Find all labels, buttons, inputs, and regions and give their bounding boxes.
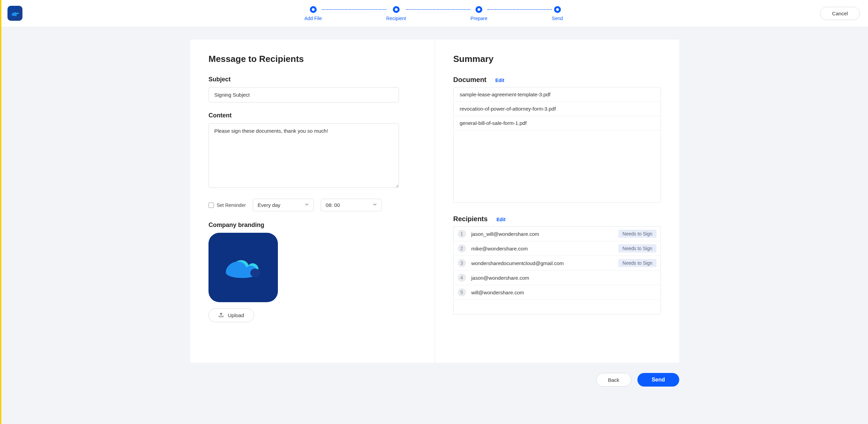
edit-recipients-link[interactable]: Edit bbox=[497, 217, 505, 222]
back-button[interactable]: Back bbox=[596, 373, 631, 387]
content-textarea[interactable] bbox=[208, 123, 399, 188]
upload-button[interactable]: Upload bbox=[208, 308, 254, 322]
recipient-row: 5will@wondershare.com bbox=[454, 285, 661, 300]
order-badge: 2 bbox=[458, 244, 466, 252]
reminder-time-select[interactable]: 08: 00 bbox=[321, 199, 382, 211]
summary-title: Summary bbox=[453, 54, 661, 64]
top-bar: Add File Recipient Prepare Send Cancel bbox=[1, 0, 868, 27]
send-button[interactable]: Send bbox=[637, 373, 679, 387]
set-reminder-label: Set Reminder bbox=[217, 202, 246, 208]
upload-icon bbox=[218, 312, 224, 319]
content-card: Message to Recipients Subject Content Se… bbox=[190, 39, 679, 363]
company-branding-image bbox=[208, 233, 278, 302]
recipient-email: jason_will@wondershare.com bbox=[471, 231, 613, 237]
document-row: sample-lease-agreement-template-3.pdf bbox=[454, 87, 661, 102]
summary-column: Summary Document Edit sample-lease-agree… bbox=[435, 39, 680, 363]
step-recipient[interactable]: Recipient bbox=[386, 6, 406, 21]
progress-steps: Add File Recipient Prepare Send bbox=[304, 5, 563, 21]
recipient-email: mike@wondershare.com bbox=[471, 246, 613, 251]
order-badge: 5 bbox=[458, 288, 466, 296]
subject-label: Subject bbox=[208, 76, 416, 83]
recipients-list: 1jason_will@wondershare.comNeeds to Sign… bbox=[453, 226, 661, 314]
edit-documents-link[interactable]: Edit bbox=[495, 78, 504, 83]
recipients-subheader: Recipients bbox=[453, 215, 488, 223]
document-list: sample-lease-agreement-template-3.pdfrev… bbox=[453, 87, 661, 203]
step-send[interactable]: Send bbox=[552, 6, 563, 21]
document-row: general-bill-of-sale-form-1.pdf bbox=[454, 116, 661, 130]
footer-buttons: Back Send bbox=[190, 373, 679, 387]
recipient-row: 2mike@wondershare.comNeeds to Sign bbox=[454, 241, 661, 256]
message-title: Message to Recipients bbox=[208, 54, 416, 64]
cancel-button[interactable]: Cancel bbox=[820, 7, 860, 20]
recipient-row-empty bbox=[454, 300, 661, 314]
content-label: Content bbox=[208, 112, 416, 119]
branding-label: Company branding bbox=[208, 222, 416, 229]
set-reminder-checkbox[interactable]: Set Reminder bbox=[208, 202, 246, 208]
recipient-action-badge: Needs to Sign bbox=[618, 244, 656, 252]
order-badge: 4 bbox=[458, 274, 466, 282]
order-badge: 1 bbox=[458, 230, 466, 238]
recipient-action-badge: Needs to Sign bbox=[618, 230, 656, 238]
recipient-email: jason@wondershare.com bbox=[471, 275, 657, 281]
svg-point-0 bbox=[17, 14, 19, 16]
chevron-down-icon bbox=[373, 202, 377, 208]
recipient-row: 1jason_will@wondershare.comNeeds to Sign bbox=[454, 227, 661, 241]
svg-point-1 bbox=[250, 268, 260, 277]
recipient-row: 4jason@wondershare.com bbox=[454, 271, 661, 285]
subject-input[interactable] bbox=[208, 87, 399, 102]
order-badge: 3 bbox=[458, 259, 466, 267]
document-row: revocation-of-power-of-attorney-form-3.p… bbox=[454, 102, 661, 116]
step-prepare[interactable]: Prepare bbox=[470, 6, 487, 21]
message-column: Message to Recipients Subject Content Se… bbox=[190, 39, 435, 363]
chevron-down-icon bbox=[305, 202, 309, 208]
recipient-email: wondersharedocumentcloud@gmail.com bbox=[471, 260, 613, 266]
step-add-file[interactable]: Add File bbox=[304, 6, 322, 21]
recipient-email: will@wondershare.com bbox=[471, 290, 657, 295]
app-logo-icon bbox=[7, 6, 22, 21]
recipient-row: 3wondersharedocumentcloud@gmail.comNeeds… bbox=[454, 256, 661, 271]
document-subheader: Document bbox=[453, 76, 487, 84]
reminder-frequency-select[interactable]: Every day bbox=[253, 199, 314, 211]
recipient-action-badge: Needs to Sign bbox=[618, 259, 656, 267]
